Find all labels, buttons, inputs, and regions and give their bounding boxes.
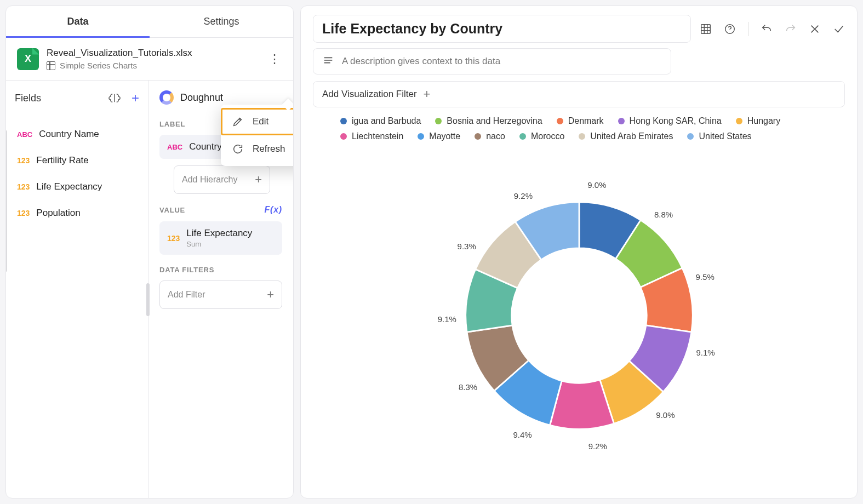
legend-item[interactable]: Morocco xyxy=(519,131,564,141)
value-section-label: VALUE xyxy=(159,206,185,214)
field-name: Country Name xyxy=(39,129,99,140)
visualization-panel: Life Expectancy by Country xyxy=(300,5,858,499)
add-filter-button[interactable]: Add Filter + xyxy=(159,280,282,309)
slice-label: 9.5% xyxy=(696,272,715,281)
chart-type-selector[interactable]: Doughnut xyxy=(159,90,282,105)
field-type-badge: ABC xyxy=(167,143,182,151)
legend-dot xyxy=(579,133,585,140)
legend-item[interactable]: igua and Barbuda xyxy=(340,116,421,126)
legend-item[interactable]: Denmark xyxy=(557,116,604,126)
legend-dot xyxy=(557,118,563,124)
datasource-filename: Reveal_Visualization_Tutorials.xlsx xyxy=(47,48,259,59)
add-hierarchy-button[interactable]: Add Hierarchy + xyxy=(174,165,270,194)
chart-legend: igua and BarbudaBosnia and HerzegovinaDe… xyxy=(313,116,845,141)
add-viz-filter-button[interactable]: Add Visualization Filter + xyxy=(313,81,845,107)
datasource-row: X Reveal_Visualization_Tutorials.xlsx Si… xyxy=(6,38,293,80)
tab-data[interactable]: Data xyxy=(6,6,150,37)
description-row[interactable] xyxy=(313,48,671,75)
add-hierarchy-label: Add Hierarchy xyxy=(182,175,237,185)
legend-item[interactable]: Liechtenstein xyxy=(340,131,403,141)
field-name: Life Expectancy xyxy=(36,181,102,192)
fx-button[interactable]: F(x) xyxy=(264,205,282,215)
legend-dot xyxy=(475,133,481,140)
redo-icon[interactable] xyxy=(785,23,797,35)
legend-item[interactable]: Bosnia and Herzegovina xyxy=(435,116,542,126)
legend-label: Morocco xyxy=(531,131,564,141)
legend-item[interactable]: United States xyxy=(687,131,751,141)
legend-label: Liechtenstein xyxy=(352,131,403,141)
undo-icon[interactable] xyxy=(761,23,773,35)
scrollbar-thumb[interactable] xyxy=(146,283,150,316)
legend-item[interactable]: naco xyxy=(475,131,505,141)
sheet-icon xyxy=(47,61,55,70)
legend-item[interactable]: Hong Kong SAR, China xyxy=(618,116,722,126)
legend-dot xyxy=(687,133,694,140)
add-viz-filter-label: Add Visualization Filter xyxy=(322,89,417,100)
slice-label: 9.0% xyxy=(587,180,606,189)
field-type-badge: ABC xyxy=(17,130,32,139)
legend-dot xyxy=(340,133,347,140)
tab-settings[interactable]: Settings xyxy=(150,6,293,37)
legend-label: naco xyxy=(486,131,505,141)
datasource-menu-button[interactable]: ⋮ xyxy=(267,51,282,67)
legend-label: United States xyxy=(699,131,751,141)
viz-title-input[interactable]: Life Expectancy by Country xyxy=(313,15,691,43)
hamburger-icon xyxy=(322,54,334,68)
legend-dot xyxy=(435,118,442,124)
datasource-sheetname: Simple Series Charts xyxy=(60,61,137,70)
fields-column: Fields + ABCCountry Name123Fertility Rat… xyxy=(6,81,148,498)
legend-dot xyxy=(618,118,625,124)
field-type-badge: 123 xyxy=(17,209,30,217)
legend-item[interactable]: Mayotte xyxy=(418,131,460,141)
excel-icon: X xyxy=(17,48,39,70)
add-filter-label: Add Filter xyxy=(168,290,205,300)
slice-label: 8.3% xyxy=(459,382,477,391)
chart-area: 9.1%9.0%9.2%9.4%8.3%9.1%9.3%9.2%9.0%8.8%… xyxy=(313,141,845,489)
legend-label: Denmark xyxy=(568,116,604,126)
field-row[interactable]: 123Population xyxy=(15,200,139,226)
field-name: Fertility Rate xyxy=(36,155,88,166)
slice-label: 9.1% xyxy=(696,348,715,357)
value-chip-name: Life Expectancy xyxy=(186,228,252,239)
field-row[interactable]: 123Fertility Rate xyxy=(15,147,139,174)
field-name: Population xyxy=(36,208,80,219)
close-icon[interactable] xyxy=(809,23,821,35)
fields-title: Fields xyxy=(15,93,41,104)
doughnut-chart: 9.1%9.0%9.2%9.4%8.3%9.1%9.3%9.2%9.0%8.8%… xyxy=(426,162,733,469)
value-chip[interactable]: 123 Life Expectancy Sum xyxy=(159,221,282,255)
plus-icon: + xyxy=(255,173,262,187)
plus-icon: + xyxy=(424,87,431,101)
field-row[interactable]: 123Life Expectancy xyxy=(15,174,139,200)
context-menu-refresh[interactable]: Refresh xyxy=(221,135,294,163)
legend-label: Hong Kong SAR, China xyxy=(630,116,722,126)
legend-label: igua and Barbuda xyxy=(352,116,421,126)
legend-dot xyxy=(340,118,347,124)
slice-label: 8.8% xyxy=(654,209,673,219)
slice-label: 9.2% xyxy=(588,441,607,450)
slice-label: 9.0% xyxy=(656,410,675,420)
field-row[interactable]: ABCCountry Name xyxy=(15,121,139,147)
refresh-icon xyxy=(232,143,244,155)
pencil-icon xyxy=(232,116,244,128)
legend-label: United Arab Emirates xyxy=(590,131,673,141)
confirm-icon[interactable] xyxy=(833,23,845,35)
context-menu-edit-label: Edit xyxy=(253,116,268,127)
editor-tabs: Data Settings xyxy=(6,6,293,38)
legend-item[interactable]: United Arab Emirates xyxy=(579,131,673,141)
legend-item[interactable]: Hungary xyxy=(736,116,780,126)
legend-label: Hungary xyxy=(747,116,780,126)
field-type-badge: 123 xyxy=(17,182,30,191)
help-icon[interactable] xyxy=(724,23,736,35)
brain-icon[interactable] xyxy=(108,92,121,104)
grid-view-icon[interactable] xyxy=(700,23,712,35)
field-type-badge: 123 xyxy=(17,156,30,165)
description-input[interactable] xyxy=(342,56,662,67)
add-field-button[interactable]: + xyxy=(132,90,139,106)
field-type-badge: 123 xyxy=(167,234,180,243)
context-menu-edit[interactable]: Edit xyxy=(221,108,294,135)
legend-label: Mayotte xyxy=(429,131,460,141)
slice-label: 9.3% xyxy=(458,241,476,250)
value-chip-agg: Sum xyxy=(186,240,252,248)
left-panel: Data Settings X Reveal_Visualization_Tut… xyxy=(5,5,294,499)
chart-type-name: Doughnut xyxy=(180,92,223,104)
